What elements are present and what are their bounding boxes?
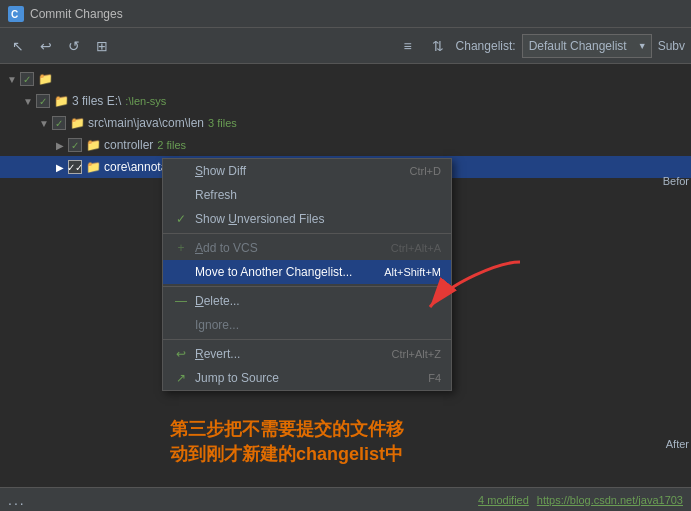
ctx-separator — [163, 286, 451, 287]
ctx-jump-source[interactable]: ↗ Jump to Source F4 — [163, 366, 451, 390]
tree-label: 3 files E:\ — [72, 94, 121, 108]
file-checkbox[interactable] — [68, 138, 82, 152]
context-menu: Show Diff Ctrl+D Refresh ✓ Show Unversio… — [162, 158, 452, 391]
folder-icon: 📁 — [37, 71, 53, 87]
tree-row[interactable]: ▼ 📁 3 files E:\ :\len-sys — [0, 90, 691, 112]
toolbar-right: ≡ ⇅ Changelist: Default Changelist Subv — [396, 34, 685, 58]
expand-icon[interactable]: ▶ — [52, 137, 68, 153]
refresh-icon — [173, 187, 189, 203]
folder-icon: 📁 — [85, 159, 101, 175]
tree-label: src\main\java\com\len — [88, 116, 204, 130]
annotation-text: 第三步把不需要提交的文件移 动到刚才新建的changelist中 — [170, 417, 570, 467]
tree-meta: :\len-sys — [125, 95, 166, 107]
ctx-separator — [163, 339, 451, 340]
ctx-label: Move to Another Changelist... — [195, 265, 384, 279]
ctx-delete[interactable]: — Delete... — [163, 289, 451, 313]
window-title: Commit Changes — [30, 7, 123, 21]
app-icon: C — [8, 6, 24, 22]
ctx-label: Ignore... — [195, 318, 441, 332]
expand-icon[interactable]: ▼ — [4, 71, 20, 87]
delete-icon: — — [173, 293, 189, 309]
ctx-move-changelist[interactable]: Move to Another Changelist... Alt+Shift+… — [163, 260, 451, 284]
subv-button[interactable]: Subv — [658, 39, 685, 53]
tree-meta: 2 files — [157, 139, 186, 151]
changelist-dropdown[interactable]: Default Changelist — [522, 34, 652, 58]
ctx-shortcut: Ctrl+Alt+Z — [391, 348, 441, 360]
ctx-show-diff[interactable]: Show Diff Ctrl+D — [163, 159, 451, 183]
move-icon — [173, 264, 189, 280]
ctx-add-vcs: + Add to VCS Ctrl+Alt+A — [163, 236, 451, 260]
file-checkbox[interactable] — [36, 94, 50, 108]
file-checkbox[interactable] — [20, 72, 34, 86]
expand-icon[interactable]: ▼ — [36, 115, 52, 131]
undo-btn[interactable]: ↩ — [34, 34, 58, 58]
title-bar: C Commit Changes — [0, 0, 691, 28]
expand-icon[interactable]: ▼ — [20, 93, 36, 109]
check-icon: ✓ — [173, 211, 189, 227]
revert-icon: ↩ — [173, 346, 189, 362]
ctx-label: Show Diff — [195, 164, 410, 178]
group-btn[interactable]: ⊞ — [90, 34, 114, 58]
diff-icon — [173, 163, 189, 179]
folder-icon: 📁 — [53, 93, 69, 109]
plus-icon: + — [173, 240, 189, 256]
status-dots: ... — [8, 492, 26, 508]
status-bar: ... 4 modified https://blog.csdn.net/jav… — [0, 487, 691, 511]
folder-icon: 📁 — [85, 137, 101, 153]
tree-row[interactable]: ▶ 📁 controller 2 files — [0, 134, 691, 156]
ctx-label: Delete... — [195, 294, 441, 308]
ctx-label: Revert... — [195, 347, 391, 361]
before-label: Befor — [663, 174, 689, 188]
ignore-icon — [173, 317, 189, 333]
sort-btn[interactable]: ≡ — [396, 34, 420, 58]
folder-icon: 📁 — [69, 115, 85, 131]
ctx-label: Add to VCS — [195, 241, 391, 255]
changelist-label: Changelist: — [456, 39, 516, 53]
filter-btn[interactable]: ⇅ — [426, 34, 450, 58]
refresh-btn[interactable]: ↺ — [62, 34, 86, 58]
ctx-label: Refresh — [195, 188, 441, 202]
tree-row[interactable]: ▼ 📁 — [0, 68, 691, 90]
tree-row[interactable]: ▼ 📁 src\main\java\com\len 3 files — [0, 112, 691, 134]
jump-icon: ↗ — [173, 370, 189, 386]
move-up-btn[interactable]: ↖ — [6, 34, 30, 58]
file-checkbox[interactable]: ✓ — [68, 160, 82, 174]
annotation-line1: 第三步把不需要提交的文件移 — [170, 417, 570, 442]
ctx-shortcut: Ctrl+D — [410, 165, 441, 177]
ctx-ignore: Ignore... — [163, 313, 451, 337]
ctx-shortcut: Alt+Shift+M — [384, 266, 441, 278]
ctx-label: Jump to Source — [195, 371, 428, 385]
ctx-show-unversioned[interactable]: ✓ Show Unversioned Files — [163, 207, 451, 231]
toolbar: ↖ ↩ ↺ ⊞ ≡ ⇅ Changelist: Default Changeli… — [0, 28, 691, 64]
ctx-label: Show Unversioned Files — [195, 212, 441, 226]
ctx-revert[interactable]: ↩ Revert... Ctrl+Alt+Z — [163, 342, 451, 366]
annotation-line2: 动到刚才新建的changelist中 — [170, 442, 570, 467]
expand-icon[interactable]: ▶ — [52, 159, 68, 175]
ctx-separator — [163, 233, 451, 234]
changelist-value: Default Changelist — [529, 39, 627, 53]
tree-meta: 3 files — [208, 117, 237, 129]
svg-text:C: C — [11, 9, 18, 20]
ctx-shortcut: Ctrl+Alt+A — [391, 242, 441, 254]
ctx-shortcut: F4 — [428, 372, 441, 384]
status-url[interactable]: https://blog.csdn.net/java1703 — [537, 494, 683, 506]
tree-label: controller — [104, 138, 153, 152]
after-label: After — [666, 437, 689, 451]
status-modified[interactable]: 4 modified — [478, 494, 529, 506]
ctx-refresh[interactable]: Refresh — [163, 183, 451, 207]
file-checkbox[interactable] — [52, 116, 66, 130]
